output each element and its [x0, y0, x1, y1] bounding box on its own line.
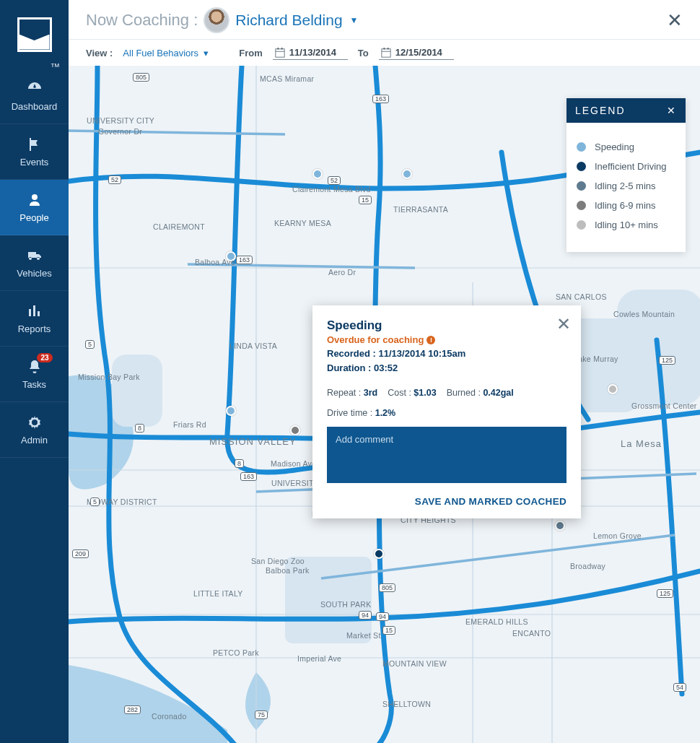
map-place-label: Grossmont Center [631, 401, 697, 410]
map-marker[interactable] [312, 169, 323, 179]
sidebar-item-dashboard[interactable]: Dashboard [0, 69, 69, 124]
overdue-warning: Overdue for coaching! [327, 334, 566, 345]
warning-icon: ! [426, 336, 435, 344]
svg-rect-2 [277, 48, 279, 50]
legend-row: Inefficient Driving [577, 161, 675, 172]
map-place-label: SAN CARLOS [556, 292, 607, 301]
map-place-label: EMERALD HILLS [465, 617, 528, 626]
sidebar-item-vehicles[interactable]: Vehicles [0, 235, 69, 291]
svg-rect-7 [388, 48, 389, 50]
route-shield: 94 [376, 612, 389, 621]
sidebar-item-label: Admin [21, 435, 48, 446]
left-sidebar: TM DashboardEventsPeopleVehiclesReports2… [0, 0, 69, 743]
avatar[interactable] [204, 7, 229, 33]
calendar-icon [275, 48, 285, 58]
map-marker[interactable] [555, 521, 565, 531]
flag-icon [27, 136, 43, 152]
route-shield: 163 [372, 95, 389, 103]
truck-icon [27, 248, 43, 264]
legend-dot-icon [577, 181, 586, 191]
map-canvas[interactable]: MCAS MiramarUNIVERSITY CITYCLAIREMONTTIE… [69, 66, 700, 743]
sidebar-item-events[interactable]: Events [0, 124, 69, 180]
svg-rect-0 [276, 48, 284, 56]
route-shield: 15 [359, 196, 372, 204]
event-popup: ✕ Speeding Overdue for coaching! Recorde… [312, 305, 581, 518]
bars-icon [27, 303, 43, 319]
map-place-label: Governor Dr [98, 127, 142, 136]
sidebar-item-tasks[interactable]: 23Tasks [0, 347, 69, 402]
from-label: From [239, 48, 263, 58]
close-icon[interactable]: ✕ [667, 105, 677, 116]
sidebar-item-label: Reports [18, 323, 51, 334]
sidebar-item-people[interactable]: People [0, 180, 69, 235]
save-coached-button[interactable]: SAVE AND MARKED COACHED [327, 496, 566, 507]
legend-label: Speeding [595, 142, 634, 152]
logo: TM [0, 0, 69, 69]
route-shield: 8 [235, 459, 244, 468]
user-icon [27, 192, 43, 208]
map-place-label: Balboa Park [266, 566, 310, 575]
map-marker[interactable] [608, 384, 618, 394]
svg-rect-3 [281, 48, 283, 50]
chevron-down-icon[interactable]: ▼ [350, 15, 359, 25]
route-shield: 805 [133, 73, 149, 82]
map-marker[interactable] [226, 406, 236, 416]
behavior-dropdown[interactable]: All Fuel Behaviors ▾ [123, 48, 209, 58]
map-place-label: Broadway [570, 562, 605, 570]
map-place-label: Cowles Mountain [613, 310, 675, 318]
gauge-icon [27, 81, 43, 97]
close-icon[interactable]: ✕ [556, 314, 571, 334]
map-place-label: Clairemont Mesa Blvd [292, 185, 371, 194]
legend-label: Idling 6-9 mins [595, 200, 656, 211]
route-shield: 5 [90, 497, 100, 506]
legend-label: Idling 2-5 mins [595, 181, 656, 191]
sidebar-item-label: People [19, 212, 48, 223]
legend-panel: LEGEND ✕ SpeedingInefficient DrivingIdli… [566, 98, 686, 252]
coach-name[interactable]: Richard Belding [235, 12, 342, 29]
filter-bar: View : All Fuel Behaviors ▾ From To [69, 39, 700, 66]
popup-title: Speeding [327, 318, 566, 333]
header-bar: Now Coaching : Richard Belding ▼ ✕ [69, 0, 700, 39]
calendar-icon [381, 48, 391, 58]
map-place-label: CLAIREMONT [153, 222, 205, 231]
to-date-field[interactable] [379, 45, 454, 60]
sidebar-item-reports[interactable]: Reports [0, 291, 69, 347]
view-label: View : [86, 48, 113, 58]
route-shield: 163 [240, 472, 257, 481]
map-marker[interactable] [374, 549, 384, 559]
map-place-label: La Mesa [621, 438, 662, 449]
now-coaching-label: Now Coaching : [86, 11, 198, 30]
map-place-label: Madison Ave [271, 459, 316, 468]
route-shield: 5 [85, 340, 95, 349]
map-place-label: SHELLTOWN [382, 700, 431, 708]
route-shield: 75 [255, 711, 268, 719]
sidebar-item-label: Tasks [22, 379, 46, 390]
svg-rect-4 [382, 48, 390, 56]
map-place-label: Aero Dr [328, 268, 356, 277]
route-shield: 163 [236, 256, 253, 264]
legend-dot-icon [577, 220, 586, 230]
sidebar-item-admin[interactable]: Admin [0, 402, 69, 458]
to-date-input[interactable] [395, 47, 452, 58]
legend-title: LEGEND [575, 105, 626, 116]
svg-rect-6 [383, 48, 385, 50]
route-shield: 52 [328, 176, 341, 185]
map-place-label: TIERRASANTA [393, 205, 448, 214]
popup-stats: Repeat : 3rd Cost : $1.03 Burned : 0.42g… [327, 388, 566, 418]
map-place-label: Friars Rd [173, 420, 206, 429]
map-marker[interactable] [290, 425, 300, 435]
route-shield: 209 [72, 549, 89, 558]
badge: 23 [37, 353, 52, 362]
map-place-label: Market St [346, 631, 381, 640]
from-date-field[interactable] [273, 45, 348, 60]
from-date-input[interactable] [289, 47, 346, 58]
legend-dot-icon [577, 162, 586, 171]
map-place-label: San Diego Zoo [251, 557, 305, 565]
route-shield: 125 [659, 356, 675, 365]
route-shield: 805 [379, 583, 395, 592]
map-marker[interactable] [402, 169, 412, 179]
map-place-label: Balboa Ave [195, 258, 235, 266]
close-icon[interactable]: ✕ [667, 9, 683, 32]
comment-input[interactable] [327, 427, 566, 483]
map-place-label: MCAS Miramar [260, 74, 314, 83]
